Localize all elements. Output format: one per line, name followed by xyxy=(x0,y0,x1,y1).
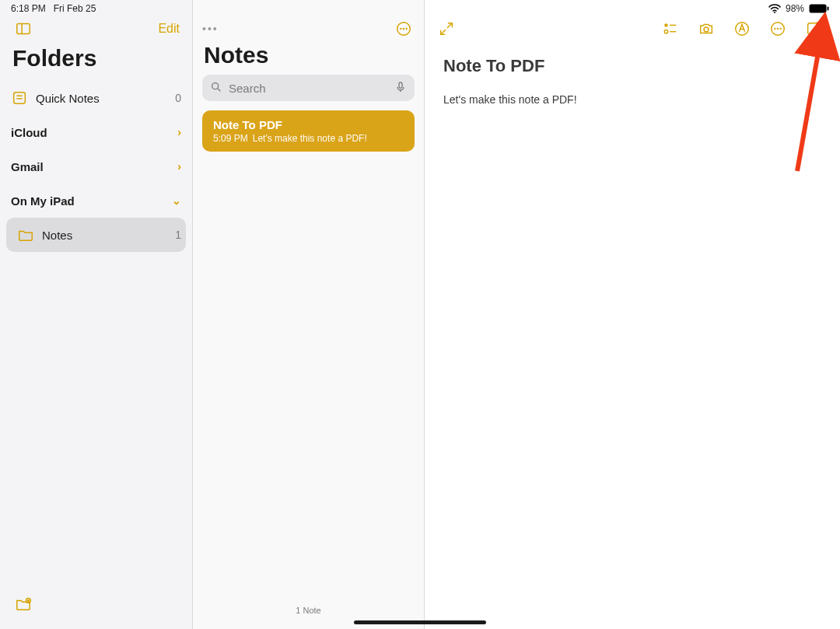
svg-point-30 xyxy=(780,29,781,30)
folders-title: Folders xyxy=(0,40,192,81)
svg-point-12 xyxy=(401,29,401,30)
wifi-icon xyxy=(768,4,781,13)
svg-rect-2 xyxy=(828,7,829,11)
svg-point-13 xyxy=(404,29,404,30)
battery-icon xyxy=(809,4,829,13)
notes-list-column: ••• Notes Search Note To PDF 5:09 PMLet'… xyxy=(193,0,425,629)
status-time: 6:18 PM xyxy=(11,3,46,14)
chevron-right-icon: › xyxy=(177,126,181,138)
svg-line-19 xyxy=(447,23,452,28)
svg-point-21 xyxy=(664,23,667,26)
folder-quick-notes[interactable]: Quick Notes 0 xyxy=(0,81,192,115)
dictation-icon[interactable] xyxy=(394,81,407,96)
chevron-down-icon: ⌄ xyxy=(172,194,181,207)
svg-line-16 xyxy=(218,89,220,91)
svg-point-28 xyxy=(775,29,775,30)
editor-more-button[interactable] xyxy=(767,18,789,40)
svg-point-29 xyxy=(778,29,779,30)
svg-point-23 xyxy=(664,30,667,33)
edit-button[interactable]: Edit xyxy=(158,22,180,36)
home-indicator xyxy=(354,620,486,624)
notes-list-title: Notes xyxy=(193,40,424,75)
compose-new-note-button[interactable] xyxy=(803,18,824,40)
note-item-title: Note To PDF xyxy=(213,118,404,131)
notes-footer-count: 1 Note xyxy=(193,606,424,629)
note-item-preview: Let's make this note a PDF! xyxy=(253,133,367,144)
folders-sidebar: Edit Folders Quick Notes 0 iCloud › Gmai… xyxy=(0,0,193,629)
expand-note-button[interactable] xyxy=(436,18,457,40)
account-label: Gmail xyxy=(11,160,170,173)
notes-more-button[interactable] xyxy=(393,18,415,40)
note-body[interactable]: Let's make this note a PDF! xyxy=(443,93,821,106)
folder-label: Notes xyxy=(42,229,167,242)
quick-notes-icon xyxy=(11,89,28,107)
svg-point-15 xyxy=(212,82,219,89)
folder-label: Quick Notes xyxy=(36,92,167,105)
markup-button[interactable] xyxy=(731,18,753,40)
search-icon xyxy=(210,81,222,96)
svg-rect-5 xyxy=(14,93,26,104)
chevron-right-icon: › xyxy=(177,160,181,173)
folder-count: 1 xyxy=(175,229,181,241)
status-battery-pct: 98% xyxy=(786,3,804,14)
note-item-time: 5:09 PM xyxy=(213,133,248,144)
account-label: iCloud xyxy=(11,126,170,139)
column-drag-handle-icon[interactable]: ••• xyxy=(202,23,219,35)
folder-count: 0 xyxy=(175,92,181,104)
new-folder-button[interactable] xyxy=(12,593,34,615)
search-placeholder: Search xyxy=(229,82,266,95)
search-input[interactable]: Search xyxy=(202,75,415,101)
svg-point-14 xyxy=(406,29,407,30)
note-list-item[interactable]: Note To PDF 5:09 PMLet's make this note … xyxy=(202,110,415,152)
note-title[interactable]: Note To PDF xyxy=(443,56,821,76)
folder-icon xyxy=(17,226,34,243)
svg-rect-1 xyxy=(810,5,827,13)
status-bar: 6:18 PM Fri Feb 25 98% xyxy=(0,0,840,17)
folder-notes[interactable]: Notes 1 xyxy=(6,218,186,252)
status-date: Fri Feb 25 xyxy=(54,3,96,14)
account-icloud[interactable]: iCloud › xyxy=(0,115,192,149)
account-on-my-ipad[interactable]: On My iPad ⌄ xyxy=(0,183,192,218)
svg-rect-3 xyxy=(17,24,30,34)
svg-rect-17 xyxy=(399,82,402,88)
camera-button[interactable] xyxy=(695,18,717,40)
account-gmail[interactable]: Gmail › xyxy=(0,149,192,183)
checklist-button[interactable] xyxy=(660,18,681,40)
svg-point-25 xyxy=(704,27,709,32)
sidebar-toggle-icon[interactable] xyxy=(12,18,34,40)
note-editor: Note To PDF Let's make this note a PDF! xyxy=(425,0,840,629)
svg-line-20 xyxy=(441,30,446,34)
svg-point-0 xyxy=(774,12,775,13)
account-label: On My iPad xyxy=(11,194,164,208)
